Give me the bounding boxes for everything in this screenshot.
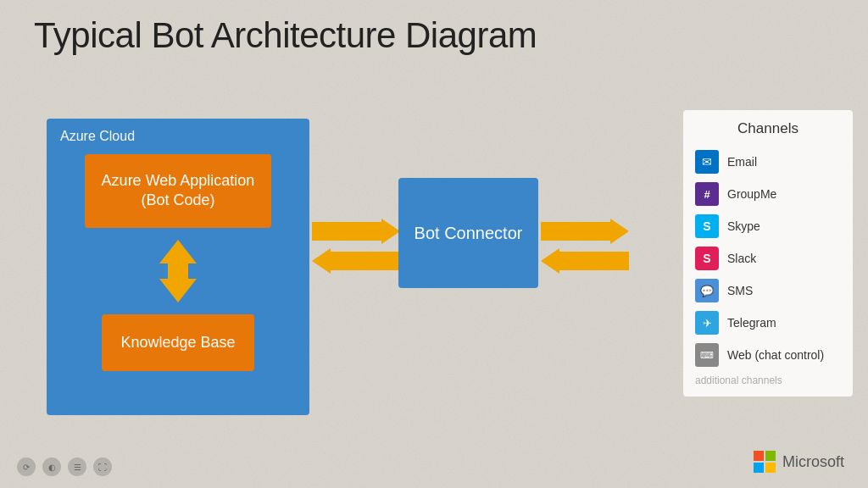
- sms-icon: 💬: [695, 279, 719, 302]
- azure-cloud-label: Azure Cloud: [57, 129, 299, 144]
- bottom-icons: ⟳ ◐ ☰ ⛶: [17, 458, 112, 476]
- channel-item-email: ✉ Email: [683, 146, 853, 178]
- microsoft-label: Microsoft: [782, 453, 844, 471]
- groupme-icon: #: [695, 182, 719, 206]
- arrow-shaft-v: [168, 263, 188, 279]
- channels-panel: Channels ✉ Email # GroupMe S Skype S Sla…: [683, 110, 853, 396]
- channel-label-skype: Skype: [727, 219, 760, 233]
- bottom-icon-3[interactable]: ☰: [68, 458, 86, 476]
- ms-yellow: [765, 463, 776, 473]
- channel-item-sms: 💬 SMS: [683, 274, 853, 307]
- bot-connector-box: Bot Connector: [398, 178, 538, 288]
- arrow-left-1: [312, 248, 400, 274]
- microsoft-grid-icon: [754, 451, 776, 473]
- arrow-right-2: [541, 219, 629, 244]
- channels-title: Channels: [683, 120, 853, 137]
- h-arrow-right-2: [541, 219, 629, 244]
- arrow-head-right-1: [381, 219, 400, 244]
- arrow-head-left-2: [541, 248, 559, 274]
- bottom-icon-4[interactable]: ⛶: [93, 458, 112, 476]
- knowledge-base-box: Knowledge Base: [102, 314, 254, 371]
- arrow-shaft-h-2: [331, 252, 400, 270]
- arrow-down-icon: [159, 279, 197, 302]
- bottom-icon-2[interactable]: ◐: [42, 458, 61, 476]
- arrow-left-2: [541, 248, 629, 274]
- channel-label-sms: SMS: [727, 284, 753, 297]
- arrow-shaft-h-1: [312, 222, 381, 241]
- h-arrow-left-top: [312, 248, 400, 274]
- channel-item-slack: S Slack: [683, 242, 853, 274]
- channel-label-groupme: GroupMe: [727, 187, 776, 201]
- arrow-shaft-h-3: [541, 222, 610, 241]
- arrow-head-left-1: [312, 248, 331, 274]
- slack-icon: S: [695, 247, 719, 270]
- channel-item-webchat: ⌨ Web (chat control): [683, 339, 853, 371]
- channel-item-telegram: ✈ Telegram: [683, 307, 853, 339]
- h-arrow-right-top: [312, 219, 400, 244]
- ms-green: [765, 451, 776, 461]
- azure-web-app-box: Azure Web Application (Bot Code): [85, 154, 271, 228]
- h-arrow-left-2: [541, 248, 629, 274]
- microsoft-logo: Microsoft: [754, 451, 844, 473]
- channel-label-telegram: Telegram: [727, 316, 776, 330]
- skype-icon: S: [695, 214, 719, 238]
- arrow-head-right-2: [610, 219, 629, 244]
- channel-label-webchat: Web (chat control): [727, 348, 824, 362]
- ms-red: [754, 451, 764, 461]
- channel-item-groupme: # GroupMe: [683, 178, 853, 210]
- channel-label-slack: Slack: [727, 252, 756, 265]
- arrow-shaft-h-4: [559, 252, 629, 270]
- page-title: Typical Bot Architecture Diagram: [34, 15, 537, 56]
- arrow-right-1: [312, 219, 400, 244]
- additional-channels-label: additional channels: [683, 371, 853, 390]
- channel-item-skype: S Skype: [683, 210, 853, 242]
- azure-cloud-container: Azure Cloud Azure Web Application (Bot C…: [47, 119, 309, 415]
- ms-blue: [754, 463, 764, 473]
- vertical-arrows: [57, 240, 299, 302]
- telegram-icon: ✈: [695, 311, 719, 335]
- up-down-arrow: [159, 240, 197, 302]
- email-icon: ✉: [695, 150, 719, 174]
- channel-label-email: Email: [727, 155, 757, 169]
- bot-connector-label: Bot Connector: [415, 222, 523, 244]
- webchat-icon: ⌨: [695, 343, 719, 367]
- bottom-icon-1[interactable]: ⟳: [17, 458, 36, 476]
- arrow-up-icon: [159, 240, 197, 263]
